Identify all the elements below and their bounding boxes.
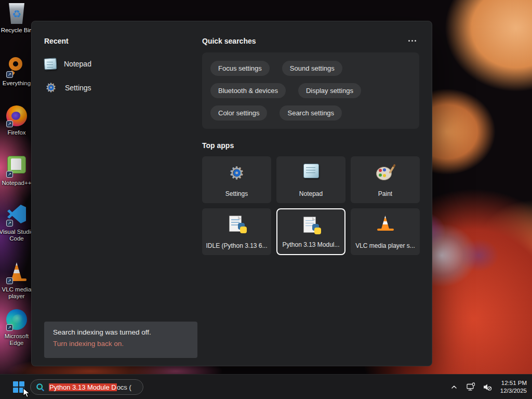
settings-gear-icon: ⚙ [44, 81, 58, 95]
top-app-tile-python-module-docs[interactable]: Python 3.13 Modul... [276, 208, 345, 255]
volume-muted-icon[interactable] [482, 381, 493, 393]
desktop-icon-firefox[interactable]: ↗ Firefox [0, 105, 33, 136]
search-query-text: Python 3.13 Module Docs ( [49, 383, 131, 391]
desktop-icon-recycle-bin[interactable]: ♻ Recycle Bin [0, 3, 33, 34]
selected-text: Python 3.13 Module D [49, 383, 117, 391]
shortcut-arrow-icon: ↗ [6, 220, 13, 227]
shortcut-arrow-icon: ↗ [6, 71, 13, 78]
taskbar: Python 3.13 Module Docs ( [0, 374, 532, 399]
system-tray: 12:51 PM 12/3/2025 [448, 375, 527, 399]
notepad-icon [303, 164, 319, 178]
shortcut-arrow-icon: ↗ [6, 324, 13, 331]
vlc-cone-icon [377, 216, 394, 231]
python-document-icon [302, 217, 320, 235]
recent-item-notepad[interactable]: Notepad [44, 54, 195, 74]
recycle-bin-icon: ♻ [8, 3, 25, 24]
indexing-notice: Search indexing was turned off. Turn ind… [44, 322, 197, 358]
shortcut-arrow-icon: ↗ [6, 171, 13, 178]
tray-chevron-up-icon[interactable] [448, 381, 460, 393]
everything-icon: ↗ [6, 56, 28, 78]
notepad-icon [44, 58, 57, 70]
turn-indexing-on-link[interactable]: Turn indexing back on. [53, 340, 189, 348]
vlc-icon: ↗ [6, 262, 28, 284]
quick-search-pill[interactable]: Bluetooth & devices [210, 83, 286, 98]
mouse-cursor [23, 388, 32, 399]
settings-gear-icon: ⚙ [228, 164, 246, 182]
desktop-icon-everything[interactable]: ↗ Everything [0, 56, 33, 87]
network-ethernet-icon[interactable] [465, 381, 476, 393]
more-options-icon[interactable] [405, 36, 419, 45]
quick-searches-title: Quick searches [202, 37, 256, 45]
quick-search-pill[interactable]: Sound settings [282, 61, 342, 76]
recent-section-title: Recent [44, 37, 69, 45]
top-app-tile-paint[interactable]: Paint [351, 156, 420, 203]
desktop-icon-notepad-plus-plus[interactable]: ↗ Notepad++ [0, 154, 33, 187]
top-app-tile-vlc[interactable]: VLC media player s... [351, 208, 420, 255]
quick-search-pill[interactable]: Search settings [280, 105, 342, 121]
top-app-tile-notepad[interactable]: Notepad [276, 156, 345, 203]
quick-search-pill[interactable]: Color settings [210, 105, 267, 121]
top-app-tile-idle-python[interactable]: IDLE (Python 3.13 6... [202, 208, 271, 255]
desktop-icon-edge[interactable]: ↗ Microsoft Edge [0, 309, 33, 347]
search-icon [36, 383, 45, 392]
desktop-icon-visual-studio-code[interactable]: ↗ Visual Studio Code [0, 204, 33, 242]
search-flyout-panel: Recent Notepad ⚙ Settings Quick searches… [31, 21, 432, 366]
python-document-icon [228, 216, 246, 234]
top-apps-title: Top apps [202, 141, 234, 150]
top-app-tile-settings[interactable]: ⚙ Settings [202, 156, 271, 203]
top-apps-grid: ⚙ Settings Notepad Paint IDLE (Python 3.… [202, 156, 420, 255]
taskbar-search-input[interactable]: Python 3.13 Module Docs ( [30, 379, 143, 395]
unselected-text: ocs ( [117, 383, 131, 391]
paint-icon [376, 164, 395, 182]
quick-search-pill[interactable]: Display settings [298, 83, 361, 98]
desktop-wallpaper: ♻ Recycle Bin ↗ Everything ↗ Firefox ↗ N… [0, 0, 532, 399]
shortcut-arrow-icon: ↗ [6, 277, 13, 284]
clock-date: 12/3/2025 [500, 387, 527, 395]
shortcut-arrow-icon: ↗ [6, 121, 13, 127]
taskbar-clock[interactable]: 12:51 PM 12/3/2025 [500, 379, 527, 395]
clock-time: 12:51 PM [500, 379, 527, 387]
desktop-icon-vlc[interactable]: ↗ VLC media player [0, 261, 33, 300]
quick-search-pill[interactable]: Focus settings [210, 61, 270, 76]
quick-searches-card: Focus settings Sound settings Bluetooth … [202, 52, 419, 129]
recent-item-settings[interactable]: ⚙ Settings [44, 77, 195, 98]
indexing-notice-text: Search indexing was turned off. [53, 328, 189, 336]
